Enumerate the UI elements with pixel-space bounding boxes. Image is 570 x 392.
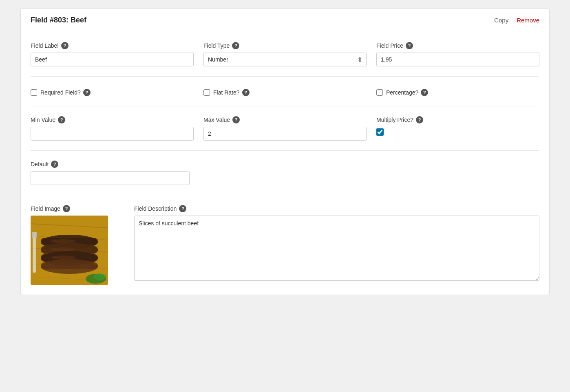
required-field-row: Required Field? ? (31, 86, 194, 96)
field-label-help-icon[interactable]: ? (61, 42, 68, 49)
field-image-help-icon[interactable]: ? (63, 205, 70, 212)
svg-point-21 (94, 273, 106, 280)
field-type-help-icon[interactable]: ? (232, 42, 239, 49)
field-label-group: Field Label ? (31, 42, 194, 66)
flat-rate-text: Flat Rate? (213, 89, 240, 96)
row-default: Default ? (31, 161, 539, 195)
flat-rate-label: Flat Rate? ? (213, 89, 250, 96)
percentage-group: Percentage? ? (376, 86, 539, 96)
multiply-price-text: Multiply Price? (376, 117, 413, 123)
field-label-label: Field Label ? (31, 42, 194, 49)
field-type-select-wrapper: Number Text Dropdown Checkbox Radio ⇕ (203, 53, 367, 66)
multiply-price-checkbox-wrapper (376, 127, 539, 137)
max-value-group: Max Value ? (203, 116, 367, 141)
percentage-help-icon[interactable]: ? (421, 89, 428, 96)
field-label-text: Field Label (31, 42, 59, 49)
multiply-price-help-icon[interactable]: ? (416, 116, 423, 123)
row-checkboxes: Required Field? ? Flat Rate? ? (31, 86, 539, 106)
multiply-price-checkbox[interactable] (376, 128, 384, 136)
required-field-checkbox[interactable] (31, 89, 37, 96)
field-image-text: Field Image (31, 205, 60, 212)
percentage-label: Percentage? ? (386, 89, 428, 96)
field-price-input[interactable] (376, 53, 539, 66)
max-value-text: Max Value (203, 117, 230, 123)
svg-rect-14 (41, 262, 98, 269)
svg-point-16 (51, 247, 75, 251)
card-body: Field Label ? Field Type ? Number Text D… (21, 32, 549, 295)
percentage-row: Percentage? ? (376, 86, 539, 96)
field-description-textarea[interactable]: Slices of succulent beef (134, 216, 539, 281)
default-help-icon[interactable]: ? (51, 161, 58, 168)
svg-rect-19 (32, 232, 37, 238)
max-value-help-icon[interactable]: ? (232, 116, 240, 123)
default-text: Default (31, 161, 49, 167)
copy-button[interactable]: Copy (494, 17, 508, 24)
beef-image (31, 216, 108, 285)
min-value-input[interactable] (31, 127, 194, 141)
default-input[interactable] (31, 171, 190, 185)
row-min-max-multiply: Min Value ? Max Value ? Multiply Price? … (31, 116, 539, 151)
required-field-label: Required Field? ? (40, 89, 91, 96)
min-value-text: Min Value (31, 117, 55, 123)
field-type-group: Field Type ? Number Text Dropdown Checkb… (203, 42, 367, 66)
svg-point-15 (51, 239, 75, 243)
field-type-text: Field Type (203, 42, 230, 49)
field-description-text: Field Description (134, 205, 177, 212)
max-value-label: Max Value ? (203, 116, 367, 123)
flat-rate-help-icon[interactable]: ? (242, 89, 250, 96)
percentage-checkbox[interactable] (376, 89, 383, 96)
field-price-help-icon[interactable]: ? (406, 42, 413, 49)
multiply-price-label: Multiply Price? ? (376, 116, 539, 123)
min-value-group: Min Value ? (31, 116, 194, 141)
svg-point-17 (51, 255, 75, 260)
default-label: Default ? (31, 161, 190, 168)
required-field-text: Required Field? (40, 89, 81, 96)
remove-button[interactable]: Remove (517, 17, 539, 24)
field-price-text: Field Price (376, 42, 403, 49)
field-description-group: Field Description ? Slices of succulent … (134, 205, 539, 281)
flat-rate-checkbox[interactable] (203, 89, 210, 96)
field-description-label: Field Description ? (134, 205, 539, 212)
multiply-price-group: Multiply Price? ? (376, 116, 539, 141)
percentage-text: Percentage? (386, 89, 418, 96)
field-price-label: Field Price ? (376, 42, 539, 49)
min-value-help-icon[interactable]: ? (58, 116, 65, 123)
max-value-input[interactable] (203, 127, 367, 141)
default-group: Default ? (31, 161, 190, 185)
row-label-type-price: Field Label ? Field Type ? Number Text D… (31, 42, 539, 77)
required-field-help-icon[interactable]: ? (83, 89, 91, 96)
field-image-label: Field Image ? (31, 205, 124, 212)
card-header: Field #803: Beef Copy Remove (21, 9, 549, 32)
min-value-label: Min Value ? (31, 116, 194, 123)
field-price-group: Field Price ? (376, 42, 539, 66)
row-image-description: Field Image ? (31, 205, 539, 285)
field-label-input[interactable] (31, 53, 194, 66)
field-title: Field #803: Beef (31, 16, 86, 24)
flat-rate-group: Flat Rate? ? (203, 86, 367, 96)
field-type-select[interactable]: Number Text Dropdown Checkbox Radio (203, 53, 367, 66)
field-description-help-icon[interactable]: ? (179, 205, 186, 212)
header-actions: Copy Remove (494, 17, 539, 24)
required-field-group: Required Field? ? (31, 86, 194, 96)
field-card: Field #803: Beef Copy Remove Field Label… (20, 8, 550, 295)
field-image-group: Field Image ? (31, 205, 124, 285)
flat-rate-row: Flat Rate? ? (203, 86, 367, 96)
field-type-label: Field Type ? (203, 42, 367, 49)
